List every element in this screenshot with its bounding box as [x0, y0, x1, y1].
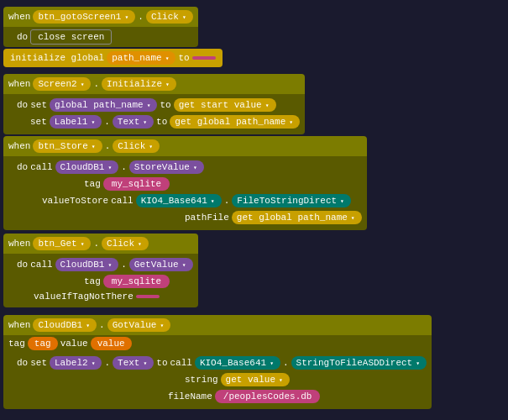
kio4-comp[interactable]: KIO4_Base641 ▾ — [136, 194, 222, 207]
tag-label-5: tag — [84, 276, 101, 286]
get-global-path-val[interactable]: get global path_name ▾ — [232, 211, 362, 224]
block-when-close-screen: when btn_gotoScreen1 ▾ . Click ▾ do clos… — [3, 7, 198, 47]
tag-param-pill[interactable]: tag — [28, 337, 58, 350]
dot-5b: . — [121, 260, 127, 270]
to-label-6: to — [156, 358, 167, 368]
dot-3b: . — [104, 117, 110, 127]
block-btn-get: when btn_Get ▾ . Click ▾ do call CloudDB… — [3, 234, 198, 307]
clouddb1-6[interactable]: CloudDB1 ▾ — [33, 318, 97, 332]
block-clouddb-gotvalue: when CloudDB1 ▾ . GotValue ▾ tag tag val… — [3, 315, 432, 409]
kio4-6[interactable]: KIO4_Base641 ▾ — [195, 356, 280, 370]
do-label-4: do — [17, 162, 28, 172]
tag-value-my-sqlite[interactable]: my_sqlite — [103, 177, 170, 191]
init-value-block[interactable] — [192, 56, 216, 60]
dot-4: . — [105, 141, 111, 151]
call-label-4: call — [30, 162, 52, 172]
dot-5: . — [93, 239, 99, 249]
to-label-3b: to — [156, 117, 167, 127]
dot-4b: . — [121, 162, 127, 172]
path-file-label: pathFile — [185, 213, 229, 223]
global-path-name-var[interactable]: global path_name ▾ — [50, 98, 157, 112]
value-param-label: value — [60, 339, 88, 349]
click-event-4[interactable]: Click ▾ — [113, 139, 160, 153]
block-init-global: initialize global path_name ▾ to — [3, 49, 223, 67]
dot-6: . — [99, 320, 105, 330]
do-label-6: do — [17, 358, 28, 368]
val-if-not-there-label: valueIfTagNotThere — [34, 291, 134, 302]
do-label-3: do — [17, 100, 28, 110]
btn-store-trigger[interactable]: btn_Store ▾ — [33, 139, 102, 153]
filename-label-6: fileName — [168, 391, 212, 402]
do-label-5: do — [17, 260, 28, 270]
block-btn-store: when btn_Store ▾ . Click ▾ do call Cloud… — [3, 136, 367, 230]
tag-param-label: tag — [8, 339, 25, 349]
tag-label-4: tag — [84, 179, 101, 189]
call-label-4c: call — [111, 196, 133, 206]
string-label-6: string — [185, 375, 218, 385]
label1-text-prop[interactable]: Text ▾ — [113, 115, 154, 129]
trigger-init[interactable]: Initialize ▾ — [102, 77, 176, 91]
var-name-pill[interactable]: path_name ▾ — [107, 51, 175, 65]
call-label-6: call — [170, 358, 192, 368]
label1-comp[interactable]: Label1 ▾ — [50, 115, 102, 129]
click-event-5[interactable]: Click ▾ — [102, 237, 149, 250]
set-label-6: set — [30, 358, 47, 368]
got-value-event[interactable]: GotValue ▾ — [107, 318, 171, 332]
filename-value-block[interactable]: /peoplesCodes.db — [215, 390, 321, 403]
get-value-method[interactable]: GetValue ▾ — [129, 258, 193, 271]
btn-get-trigger[interactable]: btn_Get ▾ — [33, 237, 91, 250]
when-label-3: when — [8, 79, 30, 89]
get-global-path[interactable]: get global path_name ▾ — [170, 115, 300, 129]
dot-6b: . — [104, 358, 110, 368]
text-prop-6[interactable]: Text ▾ — [113, 356, 154, 370]
file-to-string-method[interactable]: FileToStringDirect ▾ — [232, 194, 351, 207]
close-screen-block[interactable]: close screen — [30, 29, 112, 45]
get-start-value[interactable]: get start value ▾ — [174, 98, 276, 112]
init-label: initialize global — [10, 53, 104, 63]
value-param-pill[interactable]: value — [91, 337, 132, 350]
trigger-screen2[interactable]: Screen2 ▾ — [33, 77, 91, 91]
do-label-1: do — [17, 32, 28, 42]
set-label-3a: set — [30, 100, 47, 110]
get-value-block[interactable]: get value ▾ — [221, 373, 290, 386]
dot-6c: . — [283, 358, 289, 368]
when-label-4: when — [8, 141, 30, 151]
dot-3: . — [93, 79, 99, 89]
when-label-6: when — [8, 320, 30, 330]
to-label-2: to — [178, 53, 189, 63]
when-label-1: when — [8, 12, 30, 22]
clouddb1-comp[interactable]: CloudDB1 ▾ — [55, 160, 119, 174]
label2-comp[interactable]: Label2 ▾ — [50, 356, 102, 370]
dot-4c: . — [224, 196, 230, 206]
to-label-3a: to — [160, 100, 170, 110]
when-label-5: when — [8, 239, 30, 249]
val-if-not-there-val[interactable] — [136, 295, 160, 298]
trigger-btn-goto[interactable]: btn_gotoScreen1 ▾ — [33, 10, 135, 24]
trigger-event-click-1[interactable]: Click ▾ — [146, 10, 193, 24]
block-screen2-init: when Screen2 ▾ . Initialize ▾ do set glo… — [3, 74, 305, 134]
val-to-store-label: valueToStore — [42, 196, 108, 206]
clouddb1-5[interactable]: CloudDB1 ▾ — [55, 258, 119, 271]
store-method[interactable]: StoreValue ▾ — [129, 160, 204, 174]
string-to-file-method[interactable]: StringToFileASDDirect ▾ — [291, 356, 427, 370]
dot-separator-1: . — [138, 12, 144, 22]
set-label-3b: set — [30, 117, 47, 127]
call-label-5: call — [30, 260, 52, 270]
tag-val-5[interactable]: my_sqlite — [103, 275, 170, 288]
